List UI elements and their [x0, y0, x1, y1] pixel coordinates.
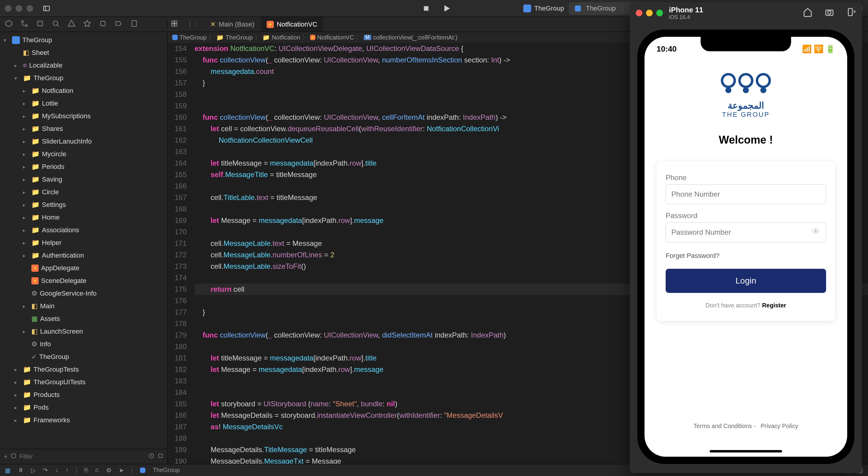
- source-control-icon[interactable]: [21, 20, 28, 29]
- home-indicator[interactable]: [710, 450, 782, 452]
- step-over-icon[interactable]: ↷: [43, 467, 48, 474]
- home-icon[interactable]: [803, 7, 812, 19]
- line-number[interactable]: 178: [167, 318, 187, 329]
- disclosure-icon[interactable]: ▸: [14, 405, 21, 411]
- environment-icon[interactable]: ⚙: [106, 467, 112, 474]
- view-debug-icon[interactable]: ⎘: [85, 467, 88, 474]
- tree-item[interactable]: ✓TheGroup: [0, 351, 167, 363]
- forward-button[interactable]: 〉: [194, 20, 200, 29]
- sim-zoom-button[interactable]: [656, 10, 663, 16]
- disclosure-icon[interactable]: ▸: [23, 88, 29, 94]
- run-button[interactable]: [442, 4, 451, 13]
- tree-item[interactable]: ▸◧Main: [0, 300, 167, 313]
- disclosure-icon[interactable]: ▸: [23, 113, 29, 119]
- debug-navigator-icon[interactable]: [99, 20, 107, 29]
- privacy-link[interactable]: Privacy Policy: [761, 423, 798, 429]
- tree-item[interactable]: ▸📁Mycircle: [0, 148, 167, 160]
- breadcrumb-item[interactable]: TheGroup: [172, 34, 207, 41]
- editor-tab[interactable]: ✕Main (Base): [204, 17, 260, 32]
- issue-navigator-icon[interactable]: [67, 20, 75, 29]
- line-number[interactable]: 175: [167, 284, 187, 295]
- tree-item[interactable]: ⚡SceneDelegate: [0, 274, 167, 287]
- symbol-navigator-icon[interactable]: [36, 20, 44, 29]
- close-window-button[interactable]: [5, 5, 11, 12]
- tree-item[interactable]: ▸📁Frameworks: [0, 414, 167, 426]
- tree-item[interactable]: ▸📁Authentication: [0, 249, 167, 262]
- breadcrumb-item[interactable]: McollectionView(_:cellForItemAt:): [364, 34, 458, 41]
- line-number[interactable]: 184: [167, 387, 187, 398]
- line-number[interactable]: 180: [167, 341, 187, 352]
- breakpoints-toggle-icon[interactable]: ⏸: [18, 467, 24, 474]
- line-number[interactable]: 160: [167, 112, 187, 123]
- forgot-password-link[interactable]: Forget Password?: [665, 252, 826, 260]
- rotate-icon[interactable]: [846, 7, 856, 19]
- line-number[interactable]: 164: [167, 157, 187, 169]
- add-icon[interactable]: +: [4, 453, 7, 460]
- disclosure-icon[interactable]: ▸: [23, 253, 29, 259]
- line-number[interactable]: 189: [167, 444, 187, 455]
- sidebar-toggle-icon[interactable]: [42, 4, 51, 13]
- test-navigator-icon[interactable]: [83, 20, 91, 29]
- line-number[interactable]: 172: [167, 249, 187, 261]
- line-number[interactable]: 159: [167, 100, 187, 112]
- disclosure-icon[interactable]: ▾: [14, 76, 21, 81]
- tree-item[interactable]: ▸📁Notfication: [0, 85, 167, 97]
- line-number[interactable]: 186: [167, 410, 187, 421]
- tree-item[interactable]: ▸📁Associations: [0, 224, 167, 237]
- disclosure-icon[interactable]: ▸: [14, 380, 21, 385]
- line-number[interactable]: 154: [167, 43, 187, 54]
- tree-item[interactable]: ▸📁Products: [0, 389, 167, 401]
- line-number[interactable]: 156: [167, 66, 187, 77]
- line-number[interactable]: 177: [167, 306, 187, 318]
- disclosure-icon[interactable]: ▸: [23, 101, 29, 107]
- line-number[interactable]: 155: [167, 54, 187, 66]
- tree-item[interactable]: ⚙GoogleService-Info: [0, 287, 167, 300]
- disclosure-icon[interactable]: ▸: [23, 202, 29, 208]
- report-navigator-icon[interactable]: [130, 20, 138, 29]
- phone-input[interactable]: [665, 184, 826, 204]
- search-navigator-icon[interactable]: [52, 20, 60, 29]
- editor-tab[interactable]: ⚡NotficationVC: [260, 17, 323, 32]
- terms-link[interactable]: Terms and Conditions -: [694, 423, 756, 429]
- line-number[interactable]: 183: [167, 375, 187, 387]
- tree-item[interactable]: ▸📁SliderLanuchInfo: [0, 135, 167, 148]
- line-number[interactable]: 171: [167, 238, 187, 249]
- debug-toggle-icon[interactable]: ▦: [5, 467, 10, 474]
- line-number[interactable]: 185: [167, 398, 187, 410]
- tree-item[interactable]: ▸📁Lottie: [0, 97, 167, 110]
- tree-item[interactable]: ▦Assets: [0, 313, 167, 325]
- step-out-icon[interactable]: ↑: [65, 467, 68, 474]
- tree-item[interactable]: ▾📁TheGroup: [0, 72, 167, 85]
- disclosure-icon[interactable]: ▸: [23, 151, 29, 157]
- line-number[interactable]: 158: [167, 89, 187, 100]
- line-number[interactable]: 168: [167, 203, 187, 215]
- project-navigator-icon[interactable]: [5, 20, 13, 29]
- line-number[interactable]: 181: [167, 352, 187, 364]
- scm-filter-icon[interactable]: [157, 453, 163, 460]
- line-number[interactable]: 170: [167, 226, 187, 238]
- line-number[interactable]: 188: [167, 433, 187, 444]
- back-button[interactable]: 〈: [185, 20, 191, 29]
- screenshot-icon[interactable]: [825, 7, 834, 19]
- line-number[interactable]: 162: [167, 135, 187, 146]
- project-root[interactable]: ▾ TheGroup: [0, 34, 167, 47]
- disclosure-icon[interactable]: ▸: [23, 164, 29, 170]
- disclosure-icon[interactable]: ▸: [14, 63, 21, 68]
- tree-item[interactable]: ⚙Info: [0, 338, 167, 351]
- breadcrumb-item[interactable]: ⚡NotficationVC: [310, 34, 354, 41]
- disclosure-icon[interactable]: ▸: [14, 417, 21, 423]
- minimize-window-button[interactable]: [16, 5, 22, 12]
- tree-item[interactable]: ▸📁MySubscriptions: [0, 110, 167, 122]
- tree-item[interactable]: ▸≡Localizable: [0, 59, 167, 72]
- line-number[interactable]: 174: [167, 272, 187, 284]
- zoom-window-button[interactable]: [27, 5, 33, 12]
- tree-item[interactable]: ▸📁Periods: [0, 160, 167, 173]
- disclosure-icon[interactable]: ▸: [14, 392, 21, 398]
- password-input[interactable]: [665, 222, 826, 242]
- line-number[interactable]: 166: [167, 180, 187, 192]
- line-number[interactable]: 187: [167, 421, 187, 433]
- disclosure-icon[interactable]: ▸: [23, 126, 29, 132]
- tree-item[interactable]: ▸📁Home: [0, 211, 167, 224]
- breadcrumb-item[interactable]: 📁TheGroup: [216, 34, 253, 41]
- close-icon[interactable]: ✕: [210, 21, 216, 28]
